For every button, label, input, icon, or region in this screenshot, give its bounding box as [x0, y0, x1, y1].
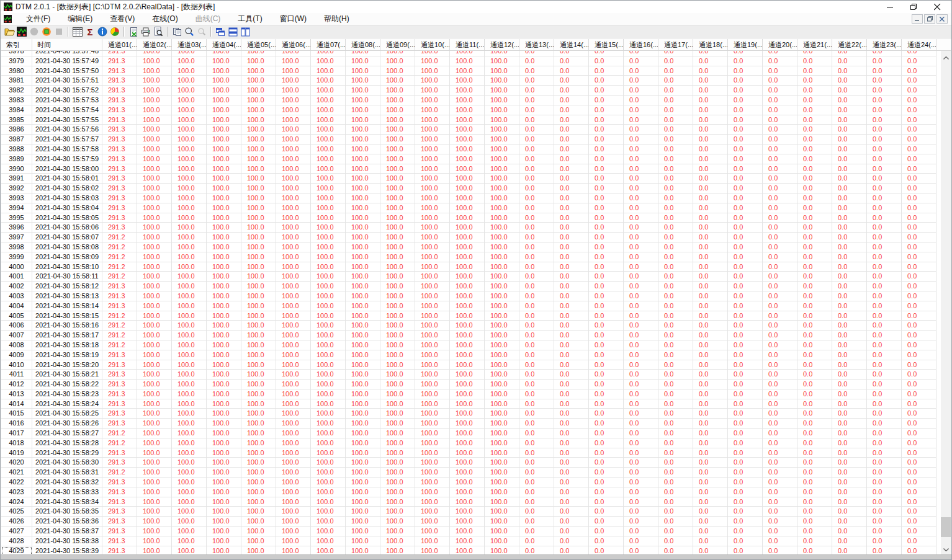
channel-cell[interactable]: 0.0 — [693, 125, 728, 135]
table-row[interactable]: 39942021-04-30 15:58:04291.3100.0100.010… — [1, 203, 941, 213]
channel-cell[interactable]: 100.0 — [346, 96, 380, 105]
channel-cell[interactable]: 100.0 — [276, 536, 311, 546]
channel-cell[interactable]: 100.0 — [241, 56, 276, 66]
channel-cell[interactable]: 0.0 — [519, 66, 554, 76]
channel-cell[interactable]: 100.0 — [207, 291, 241, 301]
channel-cell[interactable]: 100.0 — [241, 301, 276, 311]
channel-cell[interactable]: 0.0 — [867, 487, 902, 497]
channel-cell[interactable]: 100.0 — [415, 144, 450, 154]
channel-cell[interactable]: 100.0 — [241, 311, 276, 321]
channel-cell[interactable]: 0.0 — [728, 164, 763, 174]
channel-cell[interactable]: 100.0 — [415, 458, 450, 468]
channel-cell[interactable]: 100.0 — [137, 233, 172, 242]
channel-cell[interactable]: 0.0 — [589, 546, 624, 554]
channel-cell[interactable]: 0.0 — [867, 448, 902, 458]
column-header[interactable]: 通道01(... — [102, 39, 137, 50]
channel-cell[interactable]: 100.0 — [207, 419, 241, 429]
channel-cell[interactable]: 100.0 — [207, 301, 241, 311]
table-row[interactable]: 40282021-04-30 15:58:38291.3100.0100.010… — [1, 536, 941, 546]
channel-cell[interactable]: 0.0 — [658, 409, 693, 419]
channel-cell[interactable]: 100.0 — [241, 66, 276, 76]
channel-cell[interactable]: 100.0 — [172, 370, 207, 380]
channel-cell[interactable]: 0.0 — [658, 193, 693, 203]
channel-cell[interactable]: 100.0 — [241, 380, 276, 389]
channel-cell[interactable]: 100.0 — [485, 546, 519, 554]
channel-cell[interactable]: 0.0 — [554, 389, 589, 399]
time-cell[interactable]: 2021-04-30 15:58:19 — [32, 350, 102, 360]
channel-cell[interactable]: 0.0 — [832, 262, 867, 272]
channel-cell[interactable]: 100.0 — [137, 389, 172, 399]
print-icon[interactable] — [140, 25, 152, 38]
channel-cell[interactable]: 0.0 — [693, 242, 728, 252]
channel-cell[interactable]: 0.0 — [589, 360, 624, 370]
channel-cell[interactable]: 0.0 — [589, 340, 624, 350]
channel-cell[interactable]: 0.0 — [797, 340, 832, 350]
channel-cell[interactable]: 100.0 — [137, 546, 172, 554]
channel-cell[interactable]: 100.0 — [137, 174, 172, 184]
channel-cell[interactable]: 291.3 — [102, 399, 137, 409]
channel-cell[interactable]: 0.0 — [728, 311, 763, 321]
channel-cell[interactable]: 291.3 — [102, 125, 137, 135]
channel-cell[interactable]: 0.0 — [658, 51, 693, 56]
channel-cell[interactable]: 0.0 — [658, 380, 693, 389]
channel-cell[interactable]: 100.0 — [450, 331, 485, 340]
channel-cell[interactable]: 100.0 — [276, 458, 311, 468]
column-header[interactable]: 通道15(... — [589, 39, 624, 50]
channel-cell[interactable]: 0.0 — [797, 497, 832, 507]
channel-cell[interactable]: 100.0 — [415, 497, 450, 507]
channel-cell[interactable]: 100.0 — [241, 321, 276, 331]
channel-cell[interactable]: 291.3 — [102, 487, 137, 497]
channel-cell[interactable]: 0.0 — [554, 115, 589, 125]
channel-cell[interactable]: 0.0 — [797, 135, 832, 144]
channel-cell[interactable]: 0.0 — [867, 458, 902, 468]
channel-cell[interactable]: 100.0 — [380, 399, 415, 409]
channel-cell[interactable]: 100.0 — [415, 154, 450, 164]
channel-cell[interactable]: 100.0 — [450, 154, 485, 164]
channel-cell[interactable]: 0.0 — [728, 409, 763, 419]
channel-cell[interactable]: 0.0 — [902, 164, 936, 174]
channel-cell[interactable]: 100.0 — [450, 389, 485, 399]
channel-cell[interactable]: 0.0 — [797, 429, 832, 438]
channel-cell[interactable]: 100.0 — [241, 282, 276, 291]
channel-cell[interactable]: 100.0 — [172, 468, 207, 478]
channel-cell[interactable]: 100.0 — [485, 527, 519, 536]
index-cell[interactable]: 4008 — [1, 340, 32, 350]
channel-cell[interactable]: 100.0 — [485, 66, 519, 76]
channel-cell[interactable]: 0.0 — [658, 399, 693, 409]
channel-cell[interactable]: 100.0 — [241, 242, 276, 252]
channel-cell[interactable]: 0.0 — [693, 66, 728, 76]
channel-cell[interactable]: 100.0 — [207, 370, 241, 380]
channel-cell[interactable]: 0.0 — [902, 350, 936, 360]
channel-cell[interactable]: 100.0 — [172, 242, 207, 252]
channel-cell[interactable]: 0.0 — [624, 321, 658, 331]
column-header[interactable]: 通道19(... — [728, 39, 763, 50]
channel-cell[interactable]: 0.0 — [867, 272, 902, 282]
channel-cell[interactable]: 0.0 — [519, 282, 554, 291]
table-row[interactable]: 39912021-04-30 15:58:01291.3100.0100.010… — [1, 174, 941, 184]
channel-cell[interactable]: 291.3 — [102, 497, 137, 507]
channel-cell[interactable]: 0.0 — [902, 223, 936, 233]
channel-cell[interactable]: 0.0 — [832, 497, 867, 507]
channel-cell[interactable]: 0.0 — [763, 76, 797, 86]
channel-cell[interactable]: 0.0 — [554, 164, 589, 174]
column-header[interactable]: 通道05(... — [241, 39, 276, 50]
channel-cell[interactable]: 100.0 — [207, 213, 241, 223]
channel-cell[interactable]: 100.0 — [415, 448, 450, 458]
channel-cell[interactable]: 100.0 — [380, 86, 415, 96]
table-row[interactable]: 39782021-04-30 15:57:48291.3100.0100.010… — [1, 51, 941, 56]
channel-cell[interactable]: 100.0 — [450, 370, 485, 380]
channel-cell[interactable]: 0.0 — [624, 233, 658, 242]
channel-cell[interactable]: 100.0 — [207, 125, 241, 135]
channel-cell[interactable]: 100.0 — [172, 419, 207, 429]
channel-cell[interactable]: 0.0 — [832, 517, 867, 527]
channel-cell[interactable]: 100.0 — [241, 154, 276, 164]
channel-cell[interactable]: 0.0 — [519, 125, 554, 135]
channel-cell[interactable]: 100.0 — [311, 517, 346, 527]
channel-cell[interactable]: 291.3 — [102, 86, 137, 96]
channel-cell[interactable]: 100.0 — [415, 105, 450, 115]
channel-cell[interactable]: 0.0 — [693, 331, 728, 340]
channel-cell[interactable]: 100.0 — [207, 429, 241, 438]
channel-cell[interactable]: 0.0 — [693, 115, 728, 125]
channel-cell[interactable]: 0.0 — [728, 242, 763, 252]
channel-cell[interactable]: 100.0 — [380, 291, 415, 301]
